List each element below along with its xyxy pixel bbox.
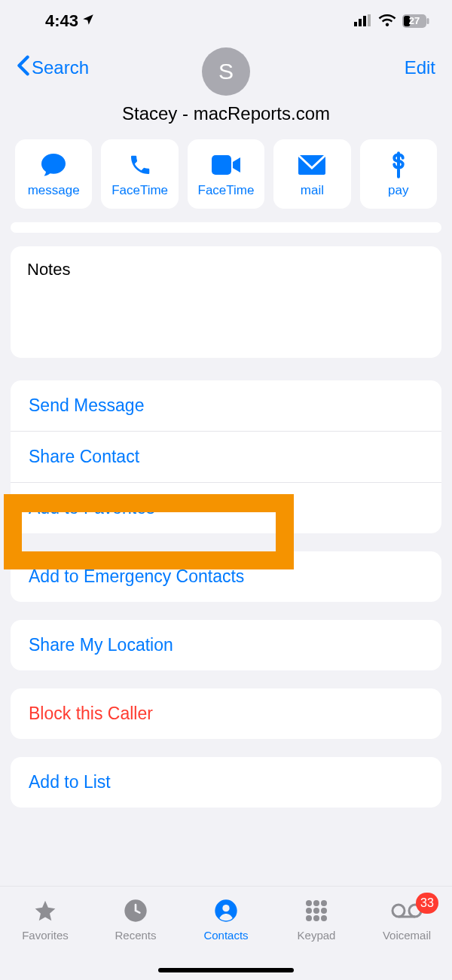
- svg-point-17: [306, 915, 312, 921]
- message-button[interactable]: message: [15, 139, 92, 209]
- facetime-audio-label: FaceTime: [111, 183, 168, 198]
- svg-point-19: [321, 915, 327, 921]
- action-row: message FaceTime FaceTime mail pay: [0, 124, 452, 209]
- keypad-icon: [305, 897, 328, 924]
- tab-recents-label: Recents: [115, 929, 156, 942]
- notes-card[interactable]: Notes: [11, 246, 441, 358]
- cellular-icon: [354, 11, 372, 31]
- tab-keypad-label: Keypad: [298, 929, 336, 942]
- facetime-video-button[interactable]: FaceTime: [188, 139, 264, 209]
- tab-voicemail-label: Voicemail: [383, 929, 431, 942]
- message-label: message: [28, 183, 80, 198]
- clock-icon: [124, 897, 148, 924]
- share-contact-label: Share Contact: [29, 447, 139, 466]
- svg-rect-2: [363, 16, 366, 26]
- star-icon: [32, 897, 58, 924]
- facetime-video-label: FaceTime: [198, 183, 255, 198]
- add-favorites-row[interactable]: Add to Favorites: [11, 483, 441, 533]
- add-emergency-label: Add to Emergency Contacts: [29, 566, 244, 586]
- svg-rect-0: [354, 22, 357, 26]
- svg-point-10: [222, 905, 229, 911]
- back-button[interactable]: Search: [17, 55, 89, 81]
- block-caller-label: Block this Caller: [29, 704, 153, 723]
- battery-percent: 27: [402, 15, 426, 26]
- avatar-initial: S: [218, 59, 234, 84]
- home-indicator[interactable]: [158, 968, 294, 972]
- tab-voicemail[interactable]: 33 Voicemail: [362, 897, 452, 980]
- block-caller-row[interactable]: Block this Caller: [11, 688, 441, 739]
- add-favorites-label: Add to Favorites: [29, 498, 154, 517]
- svg-point-18: [313, 915, 319, 921]
- svg-rect-5: [427, 18, 429, 24]
- mail-button[interactable]: mail: [273, 139, 350, 209]
- phone-icon: [128, 150, 152, 180]
- tab-favorites-label: Favorites: [22, 929, 69, 942]
- contact-actions-group: Send Message Share Contact Add to Favori…: [11, 380, 441, 533]
- contact-name: Stacey - macReports.com: [0, 103, 452, 124]
- status-time: 4:43: [45, 11, 78, 31]
- video-icon: [212, 150, 240, 180]
- partial-card: [11, 222, 441, 233]
- battery-icon: 27: [402, 14, 429, 28]
- svg-point-12: [313, 900, 319, 906]
- chevron-left-icon: [17, 55, 30, 81]
- share-location-label: Share My Location: [29, 635, 173, 655]
- add-list-label: Add to List: [29, 772, 111, 792]
- avatar[interactable]: S: [202, 47, 250, 96]
- share-contact-row[interactable]: Share Contact: [11, 432, 441, 483]
- svg-point-13: [321, 900, 327, 906]
- send-message-row[interactable]: Send Message: [11, 380, 441, 432]
- svg-rect-7: [212, 155, 231, 175]
- tab-contacts-label: Contacts: [203, 929, 248, 942]
- mail-icon: [298, 150, 325, 180]
- voicemail-badge-count: 33: [420, 896, 434, 910]
- facetime-audio-button[interactable]: FaceTime: [101, 139, 178, 209]
- pay-label: pay: [388, 183, 408, 198]
- pay-button[interactable]: pay: [360, 139, 437, 209]
- add-emergency-row[interactable]: Add to Emergency Contacts: [11, 551, 441, 602]
- dollar-icon: [391, 150, 406, 180]
- svg-point-14: [306, 908, 312, 914]
- wifi-icon: [378, 11, 396, 31]
- edit-label: Edit: [405, 57, 435, 78]
- svg-point-15: [313, 908, 319, 914]
- svg-point-20: [392, 905, 405, 917]
- share-location-row[interactable]: Share My Location: [11, 620, 441, 670]
- send-message-label: Send Message: [29, 395, 144, 415]
- svg-rect-1: [359, 19, 362, 26]
- svg-point-11: [306, 900, 312, 906]
- edit-button[interactable]: Edit: [405, 57, 435, 78]
- notes-label: Notes: [27, 260, 70, 279]
- add-list-row[interactable]: Add to List: [11, 757, 441, 808]
- back-label: Search: [32, 57, 89, 78]
- contact-icon: [214, 897, 238, 924]
- tab-favorites[interactable]: Favorites: [0, 897, 90, 980]
- tab-bar: Favorites Recents Contacts Keypad 33 Voi…: [0, 886, 452, 980]
- svg-rect-3: [368, 14, 371, 26]
- status-bar: 4:43 27: [0, 0, 452, 41]
- svg-point-16: [321, 908, 327, 914]
- mail-label: mail: [301, 183, 324, 198]
- location-icon: [81, 11, 95, 31]
- voicemail-badge: 33: [416, 893, 438, 914]
- message-icon: [40, 150, 67, 180]
